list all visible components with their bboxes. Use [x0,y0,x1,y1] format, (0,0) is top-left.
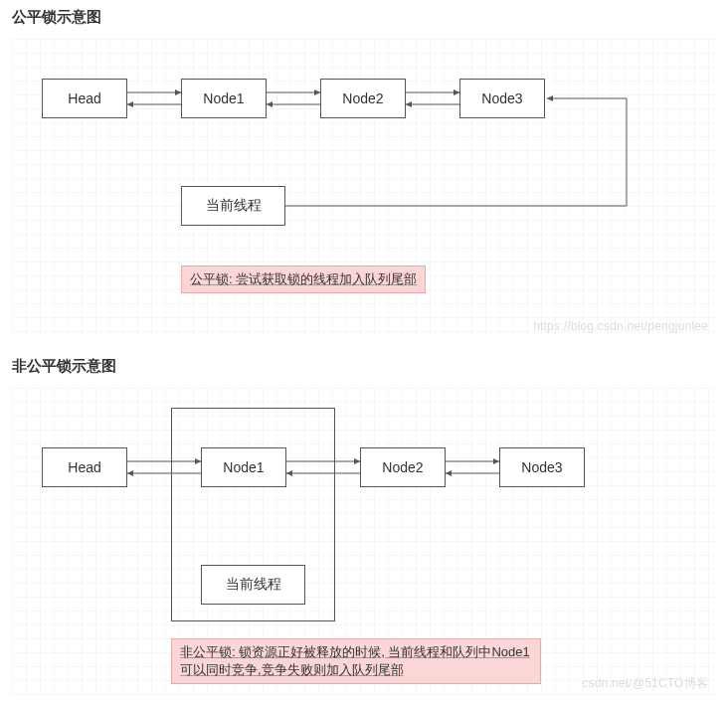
node-n2: Node2 [320,79,406,118]
node-n1: Node1 [201,447,286,487]
node-current-thread: 当前线程 [181,186,285,226]
node-head: Head [42,79,127,118]
unfair-lock-diagram: Head Node1 Node2 Node3 当前线程 非公平锁: 锁资源正好被… [12,388,716,696]
unfair-note: 非公平锁: 锁资源正好被释放的时候, 当前线程和队列中Node1可以同时竞争,竞… [171,638,541,684]
fair-lock-title: 公平锁示意图 [0,0,728,35]
unfair-watermark: csdn.net/@51CTO博客 [582,675,708,692]
node-n3: Node3 [459,79,545,118]
fair-watermark: https://blog.csdn.net/pengjunlee [533,319,708,333]
node-n2: Node2 [360,447,446,487]
node-n1: Node1 [181,79,267,118]
node-head: Head [42,447,127,487]
node-n3: Node3 [499,447,585,487]
node-current-thread: 当前线程 [201,565,305,605]
fair-note: 公平锁: 尝试获取锁的线程加入队列尾部 [181,265,426,293]
unfair-lock-title: 非公平锁示意图 [0,349,728,384]
fair-lock-diagram: Head Node1 Node2 Node3 当前线程 公平锁: 尝试获取锁的线… [12,39,716,337]
